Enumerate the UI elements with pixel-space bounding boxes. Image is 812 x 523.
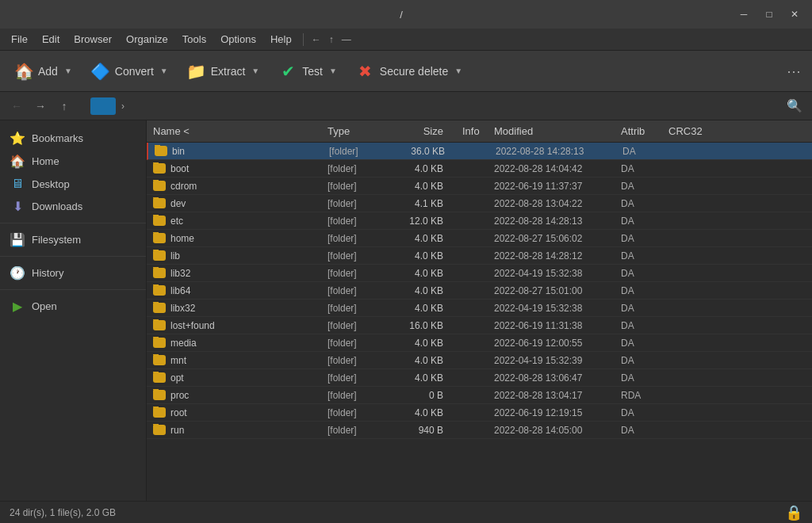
table-row[interactable]: root [folder] 4.0 KB 2022-06-19 12:19:15… (147, 404, 812, 422)
table-row[interactable]: mnt [folder] 4.0 KB 2022-04-19 15:32:39 … (147, 352, 812, 369)
file-cell-name: lib64 (147, 284, 321, 297)
downloads-label: Downloads (32, 200, 82, 212)
file-cell-attrib: DA (615, 354, 662, 367)
more-button[interactable]: ⋯ (782, 58, 806, 85)
tab-button[interactable] (90, 97, 116, 115)
convert-button[interactable]: 🔷 Convert ▼ (83, 55, 176, 87)
table-row[interactable]: opt [folder] 4.0 KB 2022-08-28 13:06:47 … (147, 369, 812, 387)
sidebar-item-home[interactable]: 🏠 Home (0, 150, 146, 173)
file-cell-name: root (147, 407, 321, 419)
menu-options[interactable]: Options (214, 31, 262, 48)
secure-delete-dropdown-arrow: ▼ (454, 67, 462, 75)
secure-delete-button[interactable]: ✖ Secure delete ▼ (348, 55, 470, 87)
history-icon: 🕐 (10, 265, 25, 281)
table-row[interactable]: boot [folder] 4.0 KB 2022-08-28 14:04:42… (147, 160, 812, 178)
file-cell-size: 4.0 KB (393, 267, 456, 280)
sidebar-item-desktop[interactable]: 🖥 Desktop (0, 173, 146, 195)
downloads-icon: ⬇ (10, 199, 25, 214)
file-cell-attrib: DA (615, 162, 662, 175)
menu-dash[interactable]: — (339, 32, 354, 48)
filesystem-label: Filesystem (32, 234, 81, 246)
forward-button[interactable]: → (30, 96, 51, 116)
menu-organize[interactable]: Organize (120, 31, 174, 48)
col-header-info[interactable]: Info (456, 124, 488, 139)
table-row[interactable]: lib [folder] 4.0 KB 2022-08-28 14:28:12 … (147, 247, 812, 265)
file-cell-info (456, 168, 488, 170)
menu-back-arrow[interactable]: ← (308, 32, 324, 48)
sidebar-item-filesystem[interactable]: 💾 Filesystem (0, 228, 146, 251)
table-row[interactable]: run [folder] 940 B 2022-08-28 14:05:00 D… (147, 422, 812, 439)
desktop-icon: 🖥 (10, 177, 25, 191)
search-icon[interactable]: 🔍 (783, 95, 806, 116)
file-cell-name: libx32 (147, 302, 321, 315)
back-button[interactable]: ← (6, 96, 27, 116)
file-cell-size: 4.0 KB (393, 302, 456, 315)
file-cell-type: [folder] (321, 354, 393, 367)
table-row[interactable]: media [folder] 4.0 KB 2022-06-19 12:00:5… (147, 334, 812, 352)
file-cell-attrib: DA (615, 267, 662, 280)
add-icon: 🏠 (14, 62, 33, 81)
navbar: ← → ↑ › 🔍 (0, 92, 812, 120)
test-button[interactable]: ✔ Test ▼ (270, 55, 345, 87)
sidebar-item-history[interactable]: 🕐 History (0, 262, 146, 284)
table-row[interactable]: lib64 [folder] 4.0 KB 2022-08-27 15:01:0… (147, 282, 812, 300)
main-content: ⭐ Bookmarks 🏠 Home 🖥 Desktop ⬇ Downloads… (0, 120, 812, 501)
table-row[interactable]: bin [folder] 36.0 KB 2022-08-28 14:28:13… (147, 143, 812, 160)
sidebar-item-open[interactable]: ▶ Open (0, 295, 146, 318)
column-headers: Name < Type Size Info Modified Attrib CR… (147, 120, 812, 143)
file-cell-type: [folder] (321, 215, 393, 227)
table-row[interactable]: lost+found [folder] 16.0 KB 2022-06-19 1… (147, 317, 812, 334)
sidebar-item-downloads[interactable]: ⬇ Downloads (0, 195, 146, 218)
close-button[interactable]: ✕ (783, 6, 806, 23)
sidebar-divider-1 (0, 223, 146, 223)
up-button[interactable]: ↑ (54, 96, 75, 116)
maximize-button[interactable]: □ (758, 6, 780, 23)
title-bar-title: / (70, 9, 733, 21)
col-header-size[interactable]: Size (393, 124, 456, 139)
file-cell-name: cdrom (147, 180, 321, 193)
col-header-name[interactable]: Name < (147, 124, 321, 139)
extract-label: Extract (211, 65, 246, 78)
table-row[interactable]: libx32 [folder] 4.0 KB 2022-04-19 15:32:… (147, 300, 812, 317)
menu-tools[interactable]: Tools (176, 31, 213, 48)
file-cell-modified: 2022-04-19 15:32:38 (488, 302, 615, 315)
minimize-button[interactable]: ─ (733, 6, 755, 23)
table-row[interactable]: lib32 [folder] 4.0 KB 2022-04-19 15:32:3… (147, 265, 812, 282)
col-header-modified[interactable]: Modified (488, 124, 615, 139)
file-cell-crc32 (662, 395, 726, 396)
menu-browser[interactable]: Browser (67, 31, 118, 48)
folder-icon (155, 146, 167, 156)
file-cell-type: [folder] (321, 180, 393, 193)
table-row[interactable]: proc [folder] 0 B 2022-08-28 13:04:17 RD… (147, 387, 812, 404)
file-cell-attrib: DA (615, 250, 662, 262)
file-cell-name: media (147, 337, 321, 349)
file-cell-modified: 2022-08-28 13:06:47 (488, 372, 615, 384)
col-header-type[interactable]: Type (321, 124, 393, 139)
desktop-label: Desktop (32, 178, 70, 190)
file-cell-crc32 (662, 220, 726, 222)
folder-icon (153, 338, 166, 348)
menu-edit[interactable]: Edit (36, 31, 66, 48)
file-cell-size: 4.0 KB (393, 354, 456, 367)
table-row[interactable]: dev [folder] 4.1 KB 2022-08-28 13:04:22 … (147, 195, 812, 212)
sidebar-item-bookmarks[interactable]: ⭐ Bookmarks (0, 127, 146, 150)
menu-up-arrow[interactable]: ↑ (326, 32, 337, 48)
history-label: History (32, 267, 63, 279)
test-label: Test (302, 65, 323, 78)
file-cell-info (456, 325, 488, 326)
table-row[interactable]: cdrom [folder] 4.0 KB 2022-06-19 11:37:3… (147, 178, 812, 195)
file-cell-crc32 (662, 290, 726, 292)
file-cell-size: 12.0 KB (393, 215, 456, 227)
col-header-attrib[interactable]: Attrib (615, 124, 662, 139)
folder-icon (153, 181, 166, 191)
menu-file[interactable]: File (5, 31, 34, 48)
table-row[interactable]: etc [folder] 12.0 KB 2022-08-28 14:28:13… (147, 212, 812, 230)
add-button[interactable]: 🏠 Add ▼ (6, 55, 80, 87)
tab-right-arrow[interactable]: › (119, 98, 127, 114)
menu-help[interactable]: Help (264, 31, 298, 48)
file-cell-type: [folder] (321, 232, 393, 245)
col-header-crc32[interactable]: CRC32 (662, 124, 726, 139)
table-row[interactable]: home [folder] 4.0 KB 2022-08-27 15:06:02… (147, 230, 812, 247)
extract-button[interactable]: 📁 Extract ▼ (179, 55, 267, 87)
filesystem-icon: 💾 (10, 232, 25, 247)
